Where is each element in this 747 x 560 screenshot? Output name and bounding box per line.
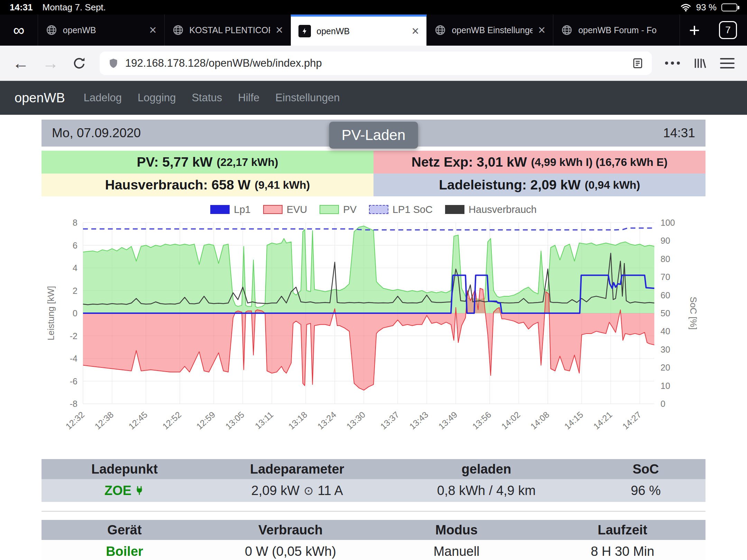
- nav-item-logging[interactable]: Logging: [138, 92, 176, 104]
- col-geladen: geladen: [387, 459, 586, 479]
- col-ladepunkt: Ladepunkt: [42, 459, 208, 479]
- mask-icon: ∞: [13, 21, 25, 39]
- reader-view-icon[interactable]: [632, 57, 644, 69]
- new-tab-button[interactable]: +: [680, 15, 709, 46]
- reload-button[interactable]: [72, 56, 86, 71]
- tab-title: openWB Forum - Fo: [578, 25, 672, 35]
- svg-text:0: 0: [661, 399, 665, 409]
- close-icon[interactable]: ×: [276, 24, 283, 36]
- legend-lp1[interactable]: Lp1: [210, 204, 250, 215]
- svg-text:8: 8: [73, 218, 77, 227]
- section-divider: [42, 511, 706, 512]
- cell-soc: 96 %: [586, 479, 706, 502]
- legend-lp1-soc[interactable]: LP1 SoC: [369, 204, 433, 215]
- address-field[interactable]: 192.168.178.128/openWB/web/index.php: [100, 52, 652, 75]
- library-icon[interactable]: [693, 56, 707, 70]
- legend-hausverbrauch[interactable]: Hausverbrauch: [445, 204, 537, 215]
- svg-text:12:52: 12:52: [160, 410, 183, 431]
- svg-text:12:32: 12:32: [64, 410, 86, 431]
- col-verbrauch: Verbrauch: [208, 520, 374, 540]
- page-header: Mo, 07.09.2020 PV-Laden 14:31: [42, 120, 706, 147]
- url-text: 192.168.178.128/openWB/web/index.php: [125, 57, 626, 69]
- chart-canvas: 86420-2-4-6-8100908070605040302010012:32…: [42, 217, 706, 452]
- cell-laufzeit: 8 H 30 Min: [540, 540, 706, 560]
- legend-evu[interactable]: EVU: [263, 204, 307, 215]
- svg-text:-2: -2: [70, 331, 77, 341]
- geraet-table: Gerät Verbrauch Modus Laufzeit Boiler 0 …: [42, 520, 706, 560]
- svg-text:Leistung [kW]: Leistung [kW]: [46, 286, 56, 340]
- globe-icon: [46, 24, 57, 36]
- svg-text:12:38: 12:38: [93, 410, 115, 431]
- svg-text:-4: -4: [70, 354, 77, 363]
- stat-pv: PV: 5,77 kW (22,17 kWh): [42, 151, 374, 174]
- col-ladeparameter: Ladeparameter: [208, 459, 387, 479]
- legend-label: PV: [343, 204, 357, 215]
- close-icon[interactable]: ×: [538, 24, 545, 36]
- device-runtime: 8 H 30 Min: [591, 544, 654, 559]
- svg-text:14:02: 14:02: [499, 410, 522, 431]
- svg-text:13:05: 13:05: [223, 410, 246, 431]
- svg-text:0: 0: [73, 308, 77, 318]
- svg-text:20: 20: [661, 363, 670, 372]
- legend-swatch-soc: [369, 205, 388, 214]
- legend-swatch-lp1: [210, 205, 230, 214]
- stat-lade-main: Ladeleistung: 2,09 kW: [439, 177, 581, 193]
- tab-count: 7: [719, 21, 737, 39]
- cell-geladen: 0,8 kWh / 4,9 km: [387, 479, 586, 502]
- tab-title: openWB: [316, 26, 406, 36]
- svg-text:SoC [%]: SoC [%]: [688, 297, 699, 329]
- close-icon[interactable]: ×: [149, 24, 157, 36]
- private-browsing-button[interactable]: ∞: [0, 15, 38, 46]
- globe-icon: [172, 24, 184, 36]
- globe-icon: [434, 24, 446, 36]
- nav-item-ladelog[interactable]: Ladelog: [84, 92, 122, 104]
- tab-bar: ∞ openWB × KOSTAL PLENTICOR × openWB × o…: [0, 15, 747, 46]
- svg-text:-8: -8: [70, 399, 77, 409]
- device-consumption: 0 W (0,05 kWh): [245, 544, 336, 559]
- svg-text:14:21: 14:21: [591, 410, 614, 431]
- menu-icon[interactable]: [720, 58, 735, 68]
- nav-item-status[interactable]: Status: [192, 92, 222, 104]
- status-time: 14:31: [10, 2, 33, 13]
- tab-kostal[interactable]: KOSTAL PLENTICOR ×: [165, 15, 291, 46]
- tab-openwb-forum[interactable]: openWB Forum - Fo: [553, 15, 680, 46]
- svg-text:12:59: 12:59: [194, 410, 217, 431]
- tab-count-button[interactable]: 7: [709, 15, 747, 46]
- cell-chargepoint-name[interactable]: ZOE: [42, 479, 208, 502]
- tab-openwb-1[interactable]: openWB ×: [38, 15, 165, 46]
- svg-text:14:15: 14:15: [562, 410, 585, 431]
- stat-pv-sub: (22,17 kWh): [217, 156, 278, 169]
- url-bar: ← → 192.168.178.128/openWB/web/index.php: [0, 46, 747, 81]
- forward-button[interactable]: →: [42, 55, 59, 72]
- device-name: Boiler: [106, 544, 143, 559]
- svg-text:100: 100: [661, 218, 675, 227]
- ladepunkt-table: Ladepunkt Ladeparameter geladen SoC ZOE …: [42, 459, 706, 502]
- legend-label: EVU: [287, 204, 307, 215]
- close-icon[interactable]: ×: [412, 25, 419, 37]
- legend-pv[interactable]: PV: [320, 204, 357, 215]
- cell-device-name[interactable]: Boiler: [42, 540, 208, 560]
- svg-text:60: 60: [661, 290, 670, 300]
- stat-lade-sub: (0,94 kWh): [585, 179, 640, 192]
- svg-text:-6: -6: [70, 376, 77, 386]
- cell-modus: Manuell: [374, 540, 540, 560]
- tab-openwb-einstellungen[interactable]: openWB Einstellunge ×: [427, 15, 553, 46]
- nav-item-hilfe[interactable]: Hilfe: [238, 92, 259, 104]
- svg-text:12:45: 12:45: [127, 410, 149, 431]
- svg-text:4: 4: [73, 263, 77, 273]
- brand-openwb[interactable]: openWB: [15, 91, 65, 105]
- tab-openwb-active[interactable]: openWB ×: [291, 15, 427, 46]
- charge-mode-button[interactable]: PV-Laden: [329, 122, 418, 149]
- chart-legend: Lp1 EVU PV LP1 SoC Hausverbrauch: [42, 202, 706, 217]
- stat-haus-sub: (9,41 kWh): [255, 179, 310, 192]
- nav-item-einstellungen[interactable]: Einstellungen: [275, 92, 340, 104]
- back-button[interactable]: ←: [12, 55, 29, 72]
- more-options-icon[interactable]: [665, 62, 680, 65]
- svg-text:10: 10: [661, 381, 670, 391]
- svg-text:70: 70: [661, 272, 670, 282]
- battery-icon: [721, 3, 737, 11]
- charge-power: 2,09 kW: [251, 483, 299, 498]
- svg-text:13:56: 13:56: [470, 410, 493, 431]
- screen: 14:31 Montag 7. Sept. 93 % ∞ openWB × KO…: [0, 0, 747, 560]
- svg-text:13:43: 13:43: [407, 410, 430, 431]
